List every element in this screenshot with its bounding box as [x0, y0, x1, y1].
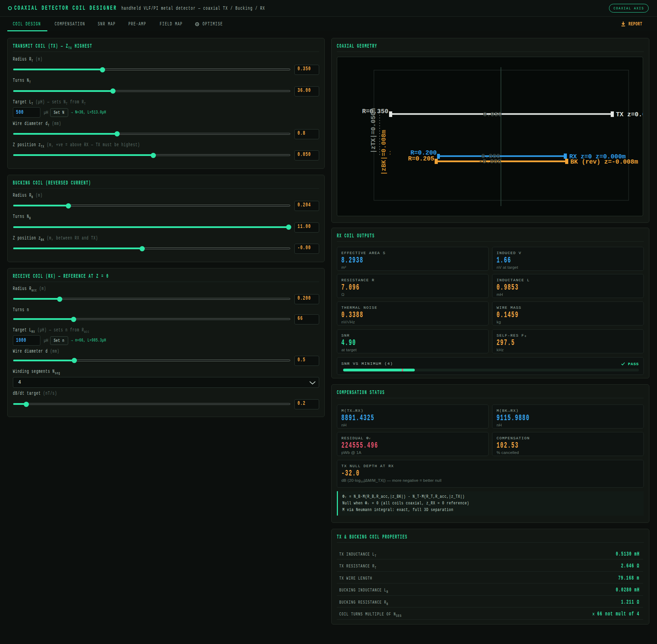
svg-text:-0.008: -0.008: [479, 158, 501, 165]
svg-text:BK (rev) z=-0.008m: BK (rev) z=-0.008m: [570, 158, 638, 165]
svg-text:TX z=0.050m: TX z=0.050m: [616, 111, 643, 118]
svg-text:|zBK|=0.008m: |zBK|=0.008m: [380, 130, 387, 175]
svg-text:|zTX|=0.050m: |zTX|=0.050m: [370, 108, 377, 153]
svg-text:0.050: 0.050: [483, 111, 502, 118]
svg-text:R=0.205: R=0.205: [408, 155, 434, 162]
